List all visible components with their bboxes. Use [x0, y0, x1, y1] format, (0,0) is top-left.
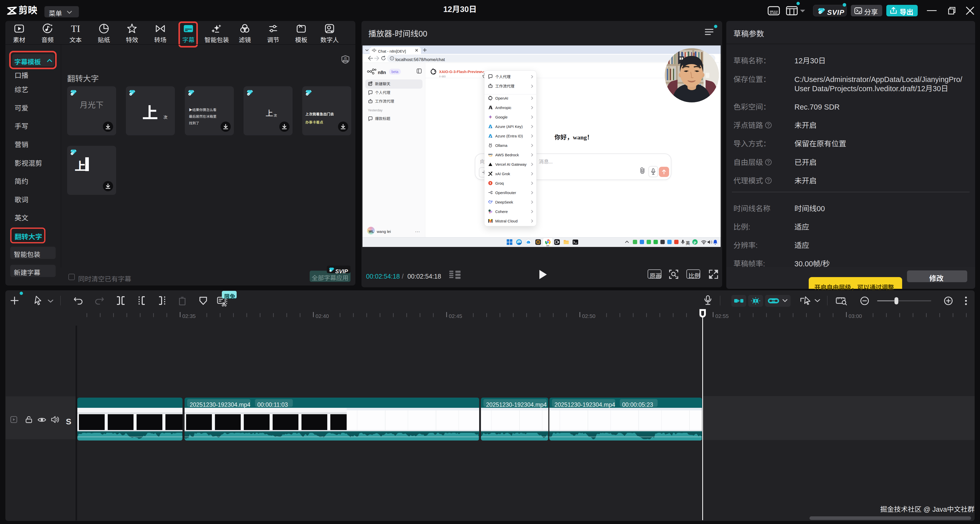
- svg-text:9: 9: [490, 181, 491, 185]
- svg-text:aws: aws: [488, 153, 492, 156]
- svg-text:TI: TI: [71, 24, 80, 34]
- svg-text:OFF: OFF: [344, 59, 347, 62]
